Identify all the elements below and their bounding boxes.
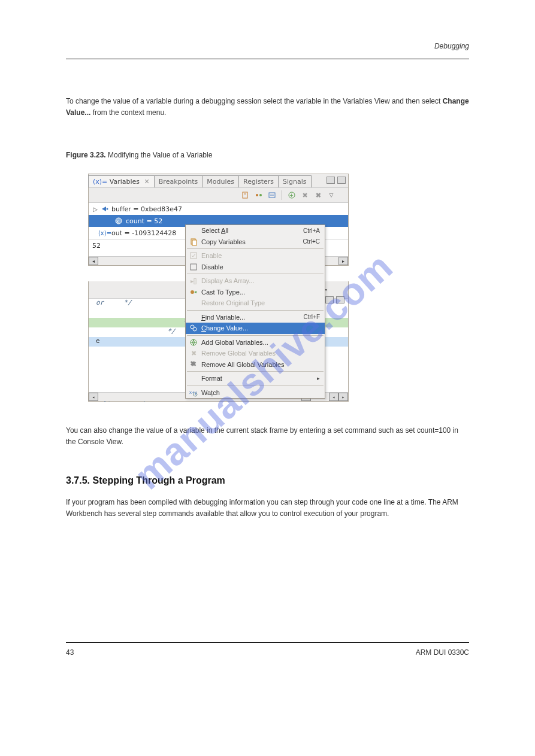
menu-cast-to-type[interactable]: Cast To Type... <box>186 287 325 298</box>
header-running-title: Debugging <box>434 42 469 50</box>
menu-find-variable[interactable]: Find Variable... Ctrl+F <box>186 312 325 323</box>
svg-point-17 <box>193 327 197 331</box>
scroll-left-btn[interactable]: ◂ <box>89 393 98 401</box>
remove-all-icon[interactable]: ✖✖ <box>313 190 323 200</box>
remove-icon[interactable]: ✖ <box>300 190 310 200</box>
svg-point-3 <box>259 194 262 196</box>
figure-caption-prefix: Figure 3.23. <box>66 151 108 159</box>
figure-caption: Figure 3.23. Modifying the Value of a Va… <box>66 150 469 161</box>
figure-caption-text: Modifying the Value of a Variable <box>108 151 212 159</box>
collapse-all-icon[interactable] <box>267 190 277 200</box>
watch-icon: x+y <box>188 388 199 397</box>
intro-text-1: To change the value of a variable during… <box>66 97 443 105</box>
scroll-left-btn-2[interactable]: ◂ <box>329 393 338 401</box>
svg-text:x: x <box>116 219 119 224</box>
menu-watch[interactable]: x+y Watch <box>186 387 325 399</box>
x-icon: ✖ <box>188 350 199 357</box>
menu-enable: Enable <box>186 250 325 262</box>
var-buffer-label: buffer = 0xbed83e47 <box>111 205 348 213</box>
editor-window-controls <box>325 296 344 303</box>
svg-text:+: + <box>289 193 294 198</box>
svg-point-15 <box>191 290 194 294</box>
header-rule <box>66 59 469 59</box>
change-value-icon <box>188 324 199 332</box>
pointer-icon <box>101 205 109 213</box>
globe-plus-icon <box>188 338 199 347</box>
intro-paragraph: To change the value of a variable during… <box>66 96 469 119</box>
footer-page-number: 43 <box>66 648 74 657</box>
footer-rule <box>66 642 469 643</box>
tab-modules[interactable]: Modules <box>202 175 239 187</box>
checkbox-checked-icon <box>188 252 199 259</box>
svg-text:x+y: x+y <box>189 390 197 395</box>
menu-format[interactable]: Format ▸ <box>186 373 325 384</box>
tab-registers[interactable]: Registers <box>238 175 279 187</box>
show-logical-icon[interactable] <box>254 190 264 200</box>
detail-value: 52 <box>92 242 101 250</box>
menu-copy-variables[interactable]: Copy Variables Ctrl+C <box>186 236 325 248</box>
tab-breakpoints[interactable]: Breakpoints <box>154 175 203 187</box>
tab-variables-label: Variables <box>110 178 140 186</box>
expand-icon[interactable]: ▷ <box>92 206 98 212</box>
view-menu-icon[interactable]: ▽ <box>327 190 336 200</box>
var-count-label: count = 52 <box>126 217 348 225</box>
menu-select-all[interactable]: Select All Ctrl+A <box>186 225 325 236</box>
variables-icon: (x)= <box>93 178 107 186</box>
scroll-right-btn-2[interactable]: ▸ <box>338 393 348 401</box>
footer-doc-id: ARM DUI 0330C <box>416 648 469 657</box>
menu-display-as-array: ▸[] Display As Array... <box>186 275 325 287</box>
svg-point-8 <box>107 208 108 210</box>
tab-variables[interactable]: (x)= Variables ✕ <box>88 175 155 187</box>
xx-icon: ✖✖ <box>188 360 199 368</box>
menu-disable[interactable]: Disable <box>186 262 325 273</box>
close-icon[interactable]: ✕ <box>144 178 150 186</box>
heading-stepping: 3.7.5. Stepping Through a Program <box>66 473 469 488</box>
svg-rect-14 <box>191 264 197 270</box>
submenu-arrow-icon: ▸ <box>317 375 320 381</box>
menu-remove-all-global[interactable]: ✖✖ Remove All Global Variables <box>186 359 325 371</box>
context-menu: Select All Ctrl+A Copy Variables Ctrl+C … <box>185 224 325 399</box>
window-controls <box>327 177 346 184</box>
menu-change-value[interactable]: Change Value... <box>186 323 325 334</box>
intro-text-2: from the context menu. <box>90 108 166 117</box>
cast-icon <box>188 288 199 296</box>
array-icon: ▸[] <box>188 278 199 284</box>
tab-strip: (x)= Variables ✕ Breakpoints Modules Reg… <box>89 174 348 188</box>
scroll-left-btn[interactable]: ◂ <box>89 257 98 265</box>
var-row-buffer[interactable]: ▷ buffer = 0xbed83e47 <box>89 203 348 215</box>
menu-restore-original: Restore Original Type <box>186 297 325 309</box>
checkbox-icon <box>188 263 199 271</box>
add-global-icon[interactable]: + <box>287 190 297 200</box>
variables-toolbar: + ✖ ✖✖ ▽ <box>89 188 348 203</box>
variable-icon: x <box>115 217 123 225</box>
svg-rect-12 <box>192 240 197 245</box>
show-type-icon[interactable] <box>241 190 250 200</box>
variable-icon: (x)= <box>101 229 109 237</box>
scroll-right-btn[interactable]: ▸ <box>338 257 348 265</box>
para-set-command: You can also change the value of a varia… <box>66 425 469 448</box>
para-stepping: If your program has been compiled with d… <box>66 497 469 520</box>
maximize-icon[interactable] <box>337 177 346 184</box>
minimize-icon[interactable] <box>327 177 335 184</box>
svg-point-2 <box>256 194 258 196</box>
copy-icon <box>188 238 199 246</box>
menu-add-global[interactable]: Add Global Variables... <box>186 337 325 348</box>
menu-remove-global: ✖ Remove Global Variables <box>186 348 325 359</box>
svg-rect-0 <box>243 192 247 198</box>
tab-signals[interactable]: Signals <box>278 175 312 187</box>
